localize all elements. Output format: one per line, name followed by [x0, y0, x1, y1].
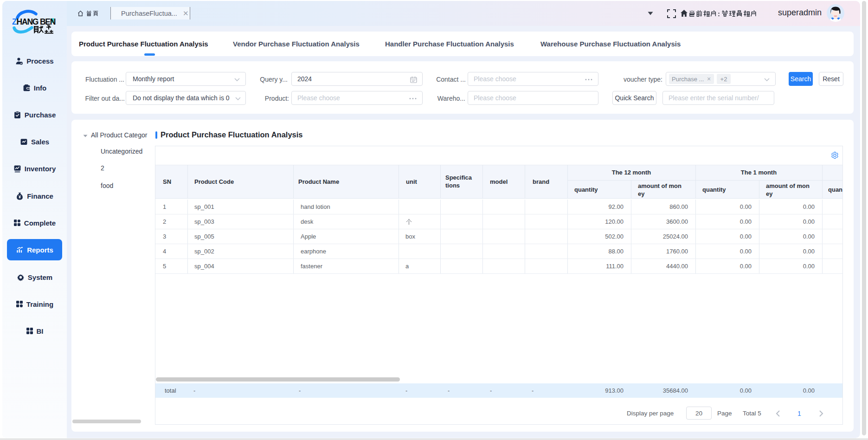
- svg-text:ZHANG BEN: ZHANG BEN: [12, 17, 56, 26]
